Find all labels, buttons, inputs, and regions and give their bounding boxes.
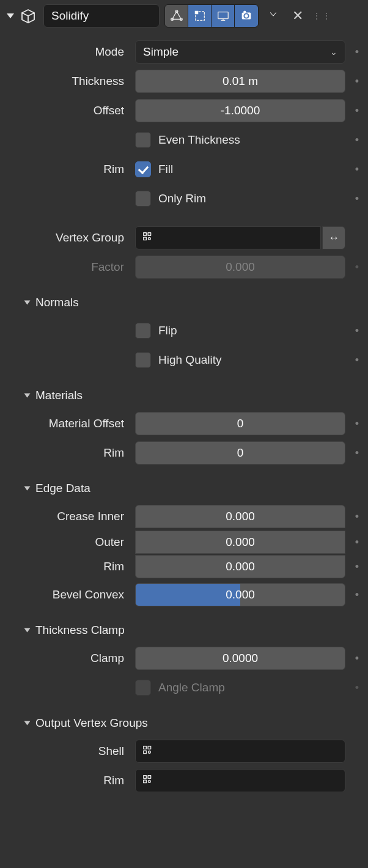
toggle-viewport[interactable]: [212, 5, 235, 27]
output-shell-input[interactable]: [135, 740, 345, 763]
extras-dropdown[interactable]: [263, 9, 283, 23]
collapse-toggle-icon[interactable]: [7, 13, 14, 18]
angle-clamp-checkbox: [135, 680, 151, 696]
delete-modifier-button[interactable]: ✕: [288, 8, 307, 24]
material-rim-label: Rim: [2, 446, 135, 460]
thickness-input[interactable]: 0.01 m: [135, 70, 345, 93]
chevron-down-icon: [24, 628, 31, 633]
svg-rect-17: [144, 776, 147, 779]
angle-clamp-label: Angle Clamp: [158, 681, 225, 694]
display-toggle-group: [164, 4, 259, 28]
svg-point-16: [149, 751, 151, 754]
clamp-input[interactable]: 0.0000: [135, 647, 345, 670]
svg-rect-18: [144, 780, 147, 783]
toggle-edit-mode[interactable]: [165, 5, 188, 27]
svg-rect-7: [243, 10, 246, 13]
offset-input[interactable]: -1.0000: [135, 99, 345, 122]
thickness-label: Thickness: [2, 75, 135, 88]
even-thickness-checkbox[interactable]: [135, 132, 151, 148]
svg-rect-5: [218, 12, 228, 18]
only-rim-checkbox[interactable]: [135, 191, 151, 207]
thickness-clamp-section-header[interactable]: Thickness Clamp: [2, 617, 366, 644]
mode-select[interactable]: Simple⌄: [135, 40, 345, 64]
vertex-group-invert-button[interactable]: ↔: [322, 226, 345, 249]
crease-inner-input[interactable]: 0.000: [135, 505, 345, 528]
factor-label: Factor: [2, 260, 135, 274]
only-rim-label: Only Rim: [158, 192, 206, 205]
svg-point-12: [149, 238, 151, 240]
output-vg-section-header[interactable]: Output Vertex Groups: [2, 710, 366, 737]
crease-rim-input[interactable]: 0.000: [135, 555, 345, 578]
toggle-cage[interactable]: [188, 5, 212, 27]
crease-outer-label: Outer: [2, 535, 135, 549]
offset-label: Offset: [2, 104, 135, 117]
normals-section-header[interactable]: Normals: [2, 289, 366, 316]
vertex-group-label: Vertex Group: [2, 231, 135, 245]
output-shell-label: Shell: [2, 745, 135, 758]
svg-rect-9: [144, 233, 147, 236]
bevel-convex-input[interactable]: 0.000: [135, 583, 345, 606]
crease-rim-label: Rim: [2, 560, 135, 573]
material-offset-input[interactable]: 0: [135, 412, 345, 435]
svg-rect-10: [144, 237, 147, 240]
svg-point-20: [149, 781, 151, 783]
chevron-down-icon: [24, 487, 31, 491]
svg-rect-11: [148, 233, 151, 236]
svg-rect-13: [144, 746, 147, 749]
even-thickness-label: Even Thickness: [158, 133, 240, 147]
svg-rect-19: [148, 776, 151, 779]
mode-label: Mode: [2, 45, 135, 59]
flip-normals-checkbox[interactable]: [135, 323, 151, 339]
edge-data-section-header[interactable]: Edge Data: [2, 475, 366, 502]
solidify-icon: [18, 6, 39, 26]
flip-label: Flip: [158, 324, 177, 337]
vertex-group-input[interactable]: [135, 226, 321, 249]
clamp-label: Clamp: [2, 652, 135, 665]
modifier-header: Solidify ✕ ⋮⋮: [2, 0, 366, 32]
rim-label: Rim: [2, 163, 135, 176]
svg-rect-14: [144, 751, 147, 754]
material-rim-input[interactable]: 0: [135, 441, 345, 465]
output-rim-label: Rim: [2, 774, 135, 787]
svg-rect-4: [194, 10, 198, 14]
crease-inner-label: Crease Inner: [2, 510, 135, 523]
chevron-down-icon: [24, 301, 31, 305]
modifier-name-input[interactable]: Solidify: [43, 4, 160, 28]
factor-input: 0.000: [135, 256, 345, 279]
bevel-convex-label: Bevel Convex: [2, 588, 135, 601]
toggle-render[interactable]: [235, 5, 258, 27]
materials-section-header[interactable]: Materials: [2, 382, 366, 409]
output-rim-input[interactable]: [135, 769, 345, 792]
material-offset-label: Material Offset: [2, 417, 135, 430]
crease-outer-input[interactable]: 0.000: [135, 531, 345, 554]
chevron-down-icon: [24, 394, 31, 398]
rim-fill-checkbox[interactable]: [135, 161, 151, 177]
rim-fill-label: Fill: [158, 163, 173, 176]
svg-rect-15: [148, 746, 151, 749]
high-quality-checkbox[interactable]: [135, 352, 151, 368]
drag-handle[interactable]: ⋮⋮: [312, 11, 323, 21]
chevron-down-icon: [24, 721, 31, 726]
high-quality-label: High Quality: [158, 353, 222, 367]
